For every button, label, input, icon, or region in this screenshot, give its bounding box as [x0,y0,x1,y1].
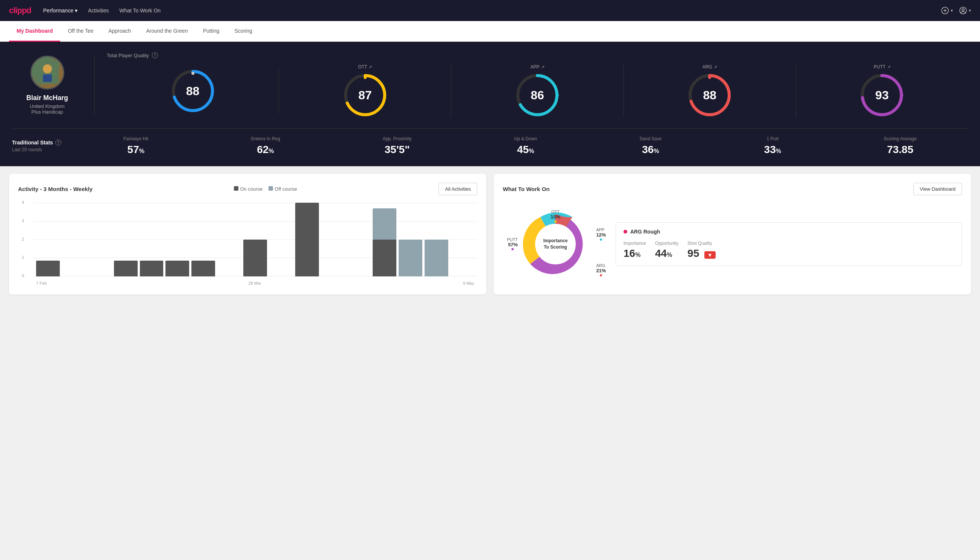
putt-donut-label: PUTT 57% [507,237,518,251]
bar-group [114,203,138,277]
bar-group [165,203,189,277]
svg-point-16 [556,93,559,97]
bar-group [347,203,371,277]
stat-sand-save: Sand Save 36% [640,136,662,156]
player-country: United Kingdom [30,103,65,109]
wtwo-title: What To Work On [503,186,549,192]
view-dashboard-button[interactable]: View Dashboard [913,183,962,195]
bar-group [191,203,215,277]
stat-fairways-hit: Fairways Hit 57% [123,136,148,156]
svg-point-10 [191,72,195,75]
chart-title: Activity - 3 Months - Weekly [18,186,93,192]
on-course-bar [165,261,189,277]
off-course-bar [424,240,448,277]
chevron-down-icon: ▾ [75,8,77,13]
bar-group [373,203,396,277]
bar-group [424,203,448,277]
chart-header: Activity - 3 Months - Weekly On course O… [18,183,477,195]
chevron-down-icon: ▾ [951,8,953,13]
donut-center-text: ImportanceTo Scoring [543,238,568,250]
donut-chart: ImportanceTo Scoring PUTT 57% OTT 10% AP… [503,203,608,285]
putt-value: 93 [875,88,889,102]
player-quality-row: Blair McHarg United Kingdom Plus Handica… [12,52,968,118]
stat-app-proximity: App. Proximity 35'5" [383,136,411,156]
bar-group [62,203,86,277]
nav-right-actions: ▾ ▾ [941,7,971,15]
nav-performance[interactable]: Performance ▾ [43,8,77,13]
arg-value: 88 [703,88,716,102]
tab-around-the-green[interactable]: Around the Green [138,21,195,42]
quality-title: Total Player Quality ? [107,52,968,58]
tab-scoring[interactable]: Scoring [227,21,260,42]
add-button[interactable]: ▾ [941,7,953,15]
stat-scoring-average: Scoring Average 73.85 [884,136,917,156]
app-logo: clippd [9,6,31,15]
trad-stats-label: Traditional Stats ? Last 20 rounds [12,140,72,152]
bar-group [451,203,474,277]
help-icon[interactable]: ? [152,52,158,58]
info-metrics: Importance 16% Opportunity 44% Shot Qual… [624,241,954,260]
ott-value: 87 [358,88,372,102]
wtwo-header: What To Work On View Dashboard [503,183,962,195]
svg-point-13 [364,76,367,79]
player-handicap: Plus Handicap [32,109,63,115]
tab-putting[interactable]: Putting [196,21,227,42]
overall-value: 88 [186,84,200,98]
app-donut-label: APP 12% [596,228,606,242]
wtwo-content: ImportanceTo Scoring PUTT 57% OTT 10% AP… [503,203,962,285]
hero-section: Blair McHarg United Kingdom Plus Handica… [0,42,980,166]
quality-arg: ARG ↗ 88 [624,64,796,118]
what-to-work-on-card: What To Work On View Dashboard [494,174,971,295]
all-activities-button[interactable]: All Activities [438,183,477,195]
trad-stats-items: Fairways Hit 57% Greens In Reg 62% App. … [72,136,968,156]
chart-x-labels: 7 Feb 28 Mar 9 May [33,281,477,285]
ott-donut-label: OTT 10% [551,210,560,223]
info-card-title: ARG Rough [624,229,954,235]
chevron-down-icon: ▾ [969,8,971,13]
svg-rect-7 [43,75,52,82]
opportunity-metric: Opportunity 44% [655,241,679,260]
nav-what-to-work-on[interactable]: What To Work On [119,8,161,13]
arg-rough-info-card: ARG Rough Importance 16% Opportunity 44% [616,222,962,266]
bar-group [217,203,241,277]
tab-my-dashboard[interactable]: My Dashboard [9,21,60,42]
quality-circles: 88 OTT ↗ 87 [107,64,968,118]
trad-help-icon[interactable]: ? [55,140,61,145]
off-course-bar [373,208,396,240]
quality-putt: PUTT ↗ 93 [796,64,968,118]
on-course-bar [140,261,163,277]
app-label: APP ↗ [531,64,544,70]
avatar [30,56,64,90]
quality-ott: OTT ↗ 87 [279,64,451,118]
importance-metric: Importance 16% [624,241,646,260]
stat-up-down: Up & Down 45% [514,136,537,156]
on-course-bar [295,203,319,277]
arg-donut-label: ARG 21% [596,263,606,277]
off-course-bar [399,240,422,277]
quality-app: APP ↗ 86 [451,64,624,118]
on-course-bar [114,261,138,277]
activity-chart-card: Activity - 3 Months - Weekly On course O… [9,174,486,295]
bar-group [243,203,267,277]
user-menu-button[interactable]: ▾ [959,7,971,15]
pink-dot-icon [624,230,627,233]
bottom-cards: Activity - 3 Months - Weekly On course O… [0,166,980,302]
arg-label: ARG ↗ [702,64,717,70]
player-name: Blair McHarg [26,94,68,102]
on-course-bar [373,240,396,277]
player-info: Blair McHarg United Kingdom Plus Handica… [12,56,95,115]
top-navigation: clippd Performance ▾ Activities What To … [0,0,980,21]
nav-menu: Performance ▾ Activities What To Work On [43,8,161,13]
bar-group [295,203,319,277]
quality-overall: 88 [107,68,279,113]
nav-activities[interactable]: Activities [88,8,109,13]
svg-point-22 [900,93,903,97]
tab-approach[interactable]: Approach [101,21,138,42]
bar-group [321,203,345,277]
svg-point-6 [43,64,52,73]
putt-label: PUTT ↗ [874,64,890,70]
on-course-bar [243,240,267,277]
tab-bar: My Dashboard Off the Tee Approach Around… [0,21,980,42]
tab-off-the-tee[interactable]: Off the Tee [60,21,101,42]
shot-quality-badge: ▼ [704,251,715,259]
